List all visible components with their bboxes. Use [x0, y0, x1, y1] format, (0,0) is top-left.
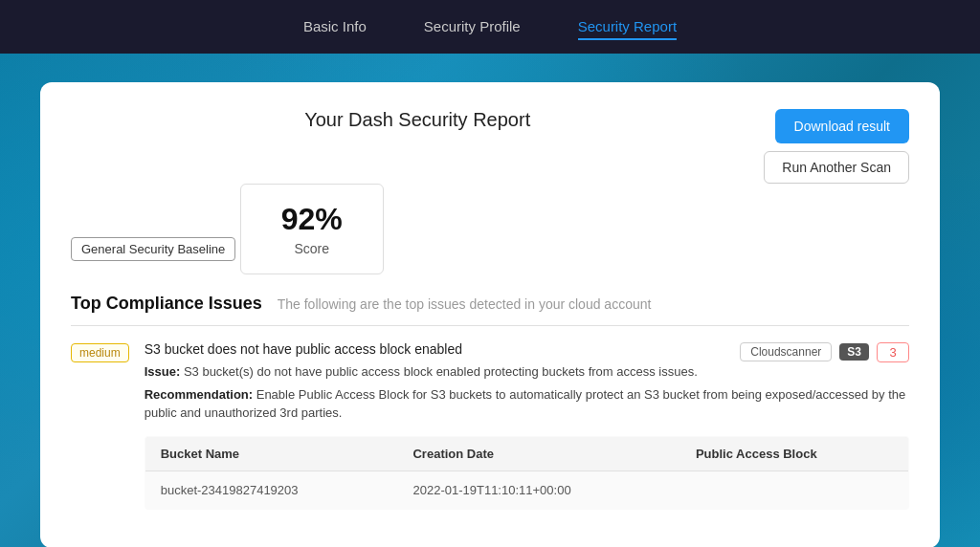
- main-card: Your Dash Security Report Download resul…: [40, 82, 940, 547]
- tag-cloudscanner: Cloudscanner: [740, 342, 832, 361]
- severity-badge: medium: [71, 343, 129, 362]
- bucket-table: Bucket Name Creation Date Public Access …: [145, 436, 909, 510]
- compliance-subtitle: The following are the top issues detecte…: [278, 296, 652, 312]
- baseline-badge: General Security Baseline: [71, 237, 235, 261]
- table-row: bucket-23419827419203 2022-01-19T11:10:1…: [145, 470, 908, 509]
- background-area: Your Dash Security Report Download resul…: [0, 54, 980, 547]
- download-result-button[interactable]: Download result: [775, 109, 909, 143]
- header: Basic Info Security Profile Security Rep…: [0, 0, 980, 54]
- issue-recommendation: Recommendation: Enable Public Access Blo…: [145, 385, 909, 423]
- divider: [71, 325, 909, 326]
- bucket-name-cell: bucket-23419827419203: [145, 470, 397, 509]
- compliance-header: Top Compliance Issues The following are …: [71, 294, 909, 314]
- score-label: Score: [264, 241, 360, 256]
- public-access-block-cell: [680, 470, 909, 509]
- issue-title-text: S3 bucket does not have public access bl…: [145, 341, 462, 357]
- issue-content: S3 bucket does not have public access bl…: [145, 341, 909, 510]
- card-title-row: Your Dash Security Report Download resul…: [71, 109, 909, 184]
- tab-security-profile[interactable]: Security Profile: [424, 14, 521, 40]
- col-creation-date: Creation Date: [397, 436, 679, 470]
- issue-label: Issue:: [145, 364, 181, 379]
- score-value: 92%: [264, 202, 360, 237]
- creation-date-cell: 2022-01-19T11:10:11+00:00: [397, 470, 679, 509]
- issue-row: medium S3 bucket does not have public ac…: [71, 341, 909, 510]
- issue-description: Issue: S3 bucket(s) do not have public a…: [145, 362, 909, 382]
- card-actions: Download result Run Another Scan: [764, 109, 909, 184]
- table-header-row: Bucket Name Creation Date Public Access …: [145, 436, 908, 470]
- score-box: 92% Score: [240, 184, 384, 274]
- col-bucket-name: Bucket Name: [145, 436, 397, 470]
- issue-text: S3 bucket(s) do not have public access b…: [184, 364, 698, 379]
- page-title: Your Dash Security Report: [71, 109, 764, 131]
- issue-tags: Cloudscanner S3 3: [740, 342, 909, 362]
- tag-s3: S3: [839, 343, 869, 361]
- compliance-title: Top Compliance Issues: [71, 294, 262, 314]
- tag-count: 3: [877, 342, 909, 362]
- tab-security-report[interactable]: Security Report: [578, 14, 677, 40]
- issue-title-row: S3 bucket does not have public access bl…: [145, 341, 909, 362]
- tab-basic-info[interactable]: Basic Info: [303, 14, 367, 40]
- card-left: Your Dash Security Report: [71, 109, 764, 142]
- run-another-scan-button[interactable]: Run Another Scan: [764, 151, 909, 184]
- recommendation-label: Recommendation:: [145, 387, 253, 402]
- col-public-access-block: Public Access Block: [680, 436, 909, 470]
- recommendation-text: Enable Public Access Block for S3 bucket…: [145, 387, 906, 421]
